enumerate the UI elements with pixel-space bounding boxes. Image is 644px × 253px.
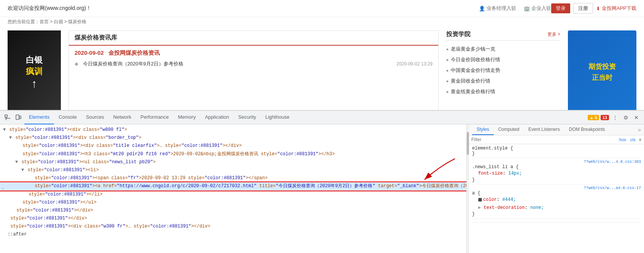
styles-panel: StylesComputedEvent ListenersDOM Breakpo…: [469, 124, 644, 253]
html-panel[interactable]: · ▼ style="color:#881391"><div class="w8…: [0, 124, 467, 253]
rule-close-brace: }: [472, 151, 641, 156]
login-button[interactable]: 登录: [551, 3, 570, 13]
style-rule: </a></div><div data-name="rule-selector"…: [472, 220, 641, 223]
top-bar-right: 登录 注册 ⬇ 金投网APP下载: [551, 3, 636, 14]
devtools-tab-application[interactable]: Application: [200, 111, 234, 124]
html-line[interactable]: style="color:#881391"><span class="fr">2…: [0, 174, 466, 182]
ad-text: 白银 疯训 ↑: [26, 54, 43, 90]
right-title: 投资学院: [446, 30, 471, 38]
prop-value: #444;: [502, 197, 516, 202]
right-link-item[interactable]: 老庙黄金多少钱一克: [446, 44, 560, 54]
company-link[interactable]: 🏢 企业入驻: [524, 5, 551, 12]
welcome-text: 欢迎访问金投网(www.cngold.org)！: [8, 5, 479, 12]
right-link-item[interactable]: 中国黄金金价行情走势: [446, 65, 560, 76]
rule-property: color: #444;: [472, 196, 641, 204]
expand-triangle[interactable]: ▼: [21, 167, 27, 173]
device-icon[interactable]: [14, 113, 23, 122]
filter-cls[interactable]: .cls: [629, 137, 636, 142]
html-line[interactable]: ▼ style="color:#881391"><div class="bord…: [0, 134, 466, 142]
right-header: 投资学院 更多 >: [446, 30, 560, 41]
styles-tab-styles[interactable]: Styles: [472, 124, 494, 135]
news-dot: ◆: [75, 61, 78, 67]
right-link-item[interactable]: 今日金价回收价格行情: [446, 54, 560, 65]
filter-bar: :hov .cls +: [469, 135, 644, 144]
news-item-text[interactable]: 今日煤炭价格查询（2020年9月2日）参考价格: [83, 61, 183, 67]
html-line[interactable]: ▼ style="color:#881391"><div class="w800…: [0, 126, 466, 134]
html-line[interactable]: ::after: [0, 231, 466, 239]
person-icon: 👤: [479, 6, 485, 11]
devtools-tab-sources[interactable]: Sources: [81, 111, 109, 124]
right-link-item[interactable]: 黄金回收金价行情: [446, 76, 560, 86]
right-links: 老庙黄金多少钱一克今日金价回收价格行情中国黄金金价行情走势黄金回收金价行情黄金纸…: [446, 44, 560, 97]
register-button[interactable]: 注册: [573, 3, 593, 14]
inspect-icon[interactable]: [3, 113, 12, 122]
styles-tab-computed[interactable]: Computed: [494, 124, 524, 135]
download-link[interactable]: ⬇ 金投网APP下载: [596, 5, 636, 12]
devtools-tab-security[interactable]: Security: [234, 111, 261, 124]
rule-property: ▶ text-decoration: none;: [472, 204, 641, 212]
right-link-item[interactable]: 黄金纸黄金价格行情: [446, 86, 560, 97]
color-swatch: [478, 198, 482, 202]
style-rule: ??web/css/w...a4.0.css:17a {color: #444;…: [472, 186, 641, 219]
styles-content: element.style {}??web/css/w...4.0.css:30…: [469, 144, 644, 253]
html-line[interactable]: style="color:#881391"><div class="w300 f…: [0, 223, 466, 231]
website-area: 欢迎访问金投网(www.cngold.org)！ 👤 业务经理入驻 🏢 企业入驻…: [0, 0, 644, 110]
filter-input[interactable]: [471, 137, 615, 142]
filter-plus[interactable]: +: [639, 137, 642, 143]
right-more[interactable]: 更多 >: [547, 31, 560, 38]
content-title: 煤炭价格资讯库: [69, 31, 438, 46]
news-item-date: 2020-09-02 13:29: [396, 61, 433, 67]
close-devtools-icon[interactable]: ✕: [632, 113, 641, 122]
filter-hov[interactable]: :hov: [619, 137, 627, 142]
html-line[interactable]: style="color:#881391"><div class="title …: [0, 142, 466, 150]
settings-icon[interactable]: ⚙: [621, 113, 630, 122]
devtools-tab-performance[interactable]: Performance: [136, 111, 173, 124]
top-bar: 欢迎访问金投网(www.cngold.org)！ 👤 业务经理入驻 🏢 企业入驻…: [0, 0, 644, 17]
html-line[interactable]: ▼ style="color:#881391"><ul class="news_…: [0, 158, 466, 166]
breadcrumb: 您的当前位置：首页 > 白掘 > 煤炭价格: [0, 17, 644, 27]
devtools-tab-lighthouse[interactable]: Lighthouse: [261, 111, 294, 124]
html-line[interactable]: style="color:#881391"><h3 class="mt20 pd…: [0, 150, 466, 158]
devtools-tab-network[interactable]: Network: [109, 111, 136, 124]
style-rule: ??web/css/w...4.0.css:303.news_list li a…: [472, 160, 641, 185]
styles-tab-dom-breakpoints[interactable]: DOM Breakpoints: [564, 124, 610, 135]
html-line[interactable]: ▼ style="color:#881391"><li>: [0, 166, 466, 174]
rule-close-brace: }: [472, 212, 641, 217]
expand-triangle[interactable]: ▼: [15, 159, 21, 165]
svg-rect-4: [19, 116, 21, 119]
devtools-tab-elements[interactable]: Elements: [24, 111, 54, 124]
style-rule: element.style {}: [472, 146, 641, 158]
html-line[interactable]: style="color:#881391"></div>: [0, 207, 466, 215]
rule-selector: a {: [472, 191, 641, 196]
devtools-tab-memory[interactable]: Memory: [173, 111, 200, 124]
html-line[interactable]: style="color:#881391"></ul>: [0, 199, 466, 207]
right-ad-banner: 期货投资正当时: [568, 30, 636, 110]
error-badge: 13: [601, 115, 609, 120]
devtools: ElementsConsoleSourcesNetworkPerformance…: [0, 110, 644, 253]
expand-triangle[interactable]: ▼: [9, 135, 14, 140]
html-line[interactable]: style="color:#881391"></div>: [0, 215, 466, 223]
styles-tab-more[interactable]: »: [638, 124, 641, 135]
devtools-tab-console[interactable]: Console: [54, 111, 81, 124]
rule-source-link[interactable]: ??web/css/w...a4.0.css:17: [584, 186, 641, 190]
expand-triangle[interactable]: ▼: [3, 127, 8, 132]
content-main: 煤炭价格资讯库 2020-09-02 金投网煤炭价格资讯 ◆ 今日煤炭价格查询（…: [68, 30, 439, 110]
devtools-body: · ▼ style="color:#881391"><div class="w8…: [0, 124, 644, 253]
html-line[interactable]: style="color:#881391"><a href="https://w…: [0, 182, 466, 190]
html-scrollbar[interactable]: [467, 124, 469, 253]
prop-name: text-decoration: [483, 205, 525, 210]
top-bar-links: 👤 业务经理入驻 🏢 企业入驻: [479, 5, 551, 12]
html-line[interactable]: style="color:#881391"></li>: [0, 191, 466, 199]
devtools-right-icons: ▲ 5 13 ⋮ ⚙ ✕: [588, 113, 641, 122]
styles-tab-event-listeners[interactable]: Event Listeners: [524, 124, 564, 135]
rule-source-link[interactable]: ??web/css/w...4.0.css:303: [584, 160, 641, 164]
content-right: 投资学院 更多 > 老庙黄金多少钱一克今日金价回收价格行情中国黄金金价行情走势黄…: [446, 30, 560, 110]
prop-value: 14px;: [508, 171, 522, 176]
prop-arrow: ▶: [478, 205, 483, 210]
left-ad-banner: 白银 疯训 ↑: [8, 30, 61, 110]
ad-right-text: 期货投资正当时: [588, 61, 616, 83]
rule-close-brace: }: [472, 177, 641, 183]
more-options-icon[interactable]: ⋮: [611, 113, 620, 122]
warning-badge: ▲ 5: [588, 115, 599, 120]
manager-link[interactable]: 👤 业务经理入驻: [479, 5, 516, 12]
